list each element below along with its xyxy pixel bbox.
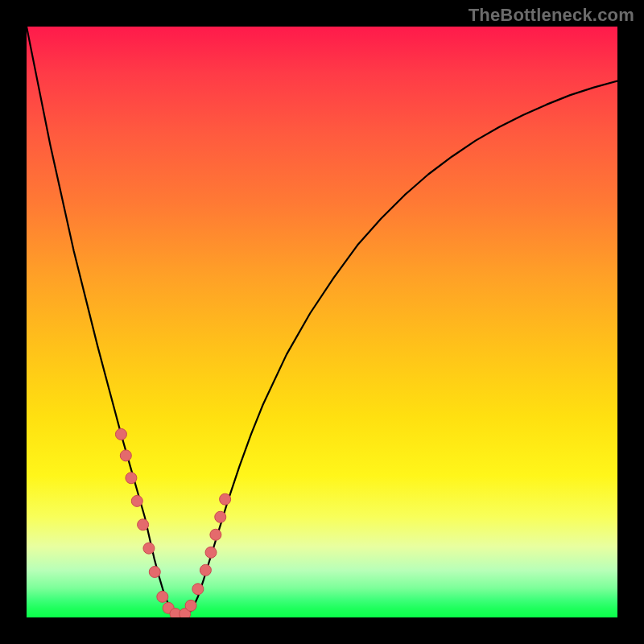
plot-background <box>27 27 617 617</box>
watermark-text: TheBottleneck.com <box>469 5 634 26</box>
chart-frame: TheBottleneck.com <box>0 0 644 644</box>
